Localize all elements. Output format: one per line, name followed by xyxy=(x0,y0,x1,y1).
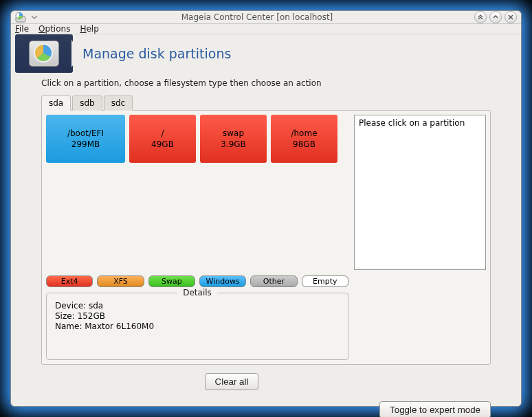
legend-swap: Swap xyxy=(148,275,195,287)
instruction-text: Click on a partition, choose a filesyste… xyxy=(41,78,491,88)
close-button[interactable] xyxy=(505,11,517,23)
dropdown-icon[interactable] xyxy=(29,12,40,23)
content: Click on a partition, choose a filesyste… xyxy=(11,73,521,417)
info-panel: Please click on a partition xyxy=(354,115,486,270)
tab-sdb[interactable]: sdb xyxy=(72,95,102,111)
legend-windows: Windows xyxy=(199,275,246,287)
partition-3[interactable]: /home98GB xyxy=(271,115,337,163)
partition-0[interactable]: /boot/EFI299MB xyxy=(46,115,125,163)
clear-all-button[interactable]: Clear all xyxy=(205,373,259,390)
legend-other: Other xyxy=(250,275,297,287)
partition-label: / xyxy=(161,128,164,138)
legend: Ext4 XFS Swap Windows Other Empty xyxy=(46,275,348,287)
expert-row: Toggle to expert mode xyxy=(41,401,491,417)
partition-size: 299MB xyxy=(71,139,100,149)
maximize-button[interactable] xyxy=(489,11,502,23)
detail-device: Device: sda xyxy=(55,301,340,311)
partition-1[interactable]: /49GB xyxy=(129,115,196,163)
details-box: Details Device: sda Size: 152GB Name: Ma… xyxy=(46,293,348,360)
legend-xfs: XFS xyxy=(97,275,144,287)
window: Mageia Control Center [on localhost] Fil… xyxy=(10,10,522,407)
menubar: File Options Help xyxy=(11,24,521,34)
detail-name: Name: Maxtor 6L160M0 xyxy=(55,322,340,331)
page-title: Manage disk partitions xyxy=(82,46,231,61)
minimize-button[interactable] xyxy=(474,11,487,23)
partition-label: swap xyxy=(223,128,244,138)
partitions: /boot/EFI299MB/49GBswap3.9GB/home98GB xyxy=(46,115,348,270)
partition-label: /home xyxy=(291,128,317,138)
legend-ext4: Ext4 xyxy=(46,275,93,287)
partition-size: 49GB xyxy=(151,139,174,149)
menu-help[interactable]: Help xyxy=(80,24,98,34)
tab-sdc[interactable]: sdc xyxy=(104,95,133,111)
partition-size: 98GB xyxy=(293,139,315,149)
disk-tabs: sda sdb sdc xyxy=(41,95,491,110)
partition-label: /boot/EFI xyxy=(67,128,104,138)
partition-size: 3.9GB xyxy=(221,139,246,149)
page-header: Manage disk partitions xyxy=(11,34,521,73)
menu-options[interactable]: Options xyxy=(38,24,70,34)
menu-file[interactable]: File xyxy=(15,24,29,34)
tab-sda[interactable]: sda xyxy=(41,95,71,111)
titlebar: Mageia Control Center [on localhost] xyxy=(11,11,521,24)
clear-row: Clear all xyxy=(0,373,491,390)
app-icon xyxy=(15,12,26,23)
disk-panel: /boot/EFI299MB/49GBswap3.9GB/home98GB Pl… xyxy=(41,110,491,365)
disk-icon xyxy=(15,34,73,73)
legend-empty: Empty xyxy=(302,275,348,287)
details-title: Details xyxy=(177,288,217,297)
window-title: Mageia Control Center [on localhost] xyxy=(43,12,472,22)
detail-size: Size: 152GB xyxy=(55,311,340,321)
partition-2[interactable]: swap3.9GB xyxy=(200,115,267,163)
toggle-expert-button[interactable]: Toggle to expert mode xyxy=(379,401,491,417)
